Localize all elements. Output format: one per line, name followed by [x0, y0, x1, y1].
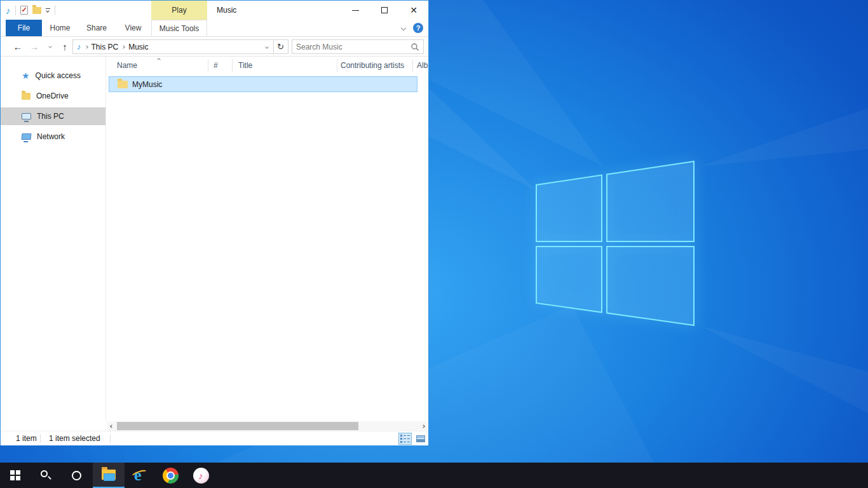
- column-divider[interactable]: [412, 59, 413, 72]
- scroll-left-icon[interactable]: [107, 421, 116, 431]
- navigation-bar: ← → ↑ ♪ This PC Music ↻: [1, 37, 428, 57]
- breadcrumb-music[interactable]: Music: [128, 43, 148, 51]
- windows-start-icon: [10, 470, 20, 480]
- app-music-icon[interactable]: ♪: [6, 6, 11, 15]
- start-button[interactable]: [0, 463, 31, 488]
- sidebar-item-network[interactable]: Network: [1, 128, 105, 146]
- back-icon[interactable]: ←: [11, 37, 25, 56]
- details-view-button[interactable]: [398, 433, 412, 445]
- taskbar-chrome-button[interactable]: [155, 463, 186, 488]
- taskbar-file-explorer-button[interactable]: [93, 463, 125, 488]
- sidebar-item-quick-access[interactable]: ★ Quick access: [1, 67, 105, 85]
- breadcrumb-chevron-icon: [85, 45, 88, 49]
- divider: [110, 434, 111, 443]
- chrome-icon: [163, 468, 179, 484]
- scroll-right-icon[interactable]: [418, 421, 428, 431]
- search-box: [292, 39, 424, 54]
- sidebar-item-label: OneDrive: [36, 92, 69, 100]
- network-icon: [21, 133, 31, 140]
- item-count: 1 item: [16, 431, 37, 445]
- expand-ribbon-icon[interactable]: [401, 25, 406, 30]
- scrollbar-thumb[interactable]: [117, 422, 358, 430]
- tab-file[interactable]: File: [6, 20, 42, 36]
- tab-music-tools[interactable]: Music Tools: [151, 20, 207, 36]
- file-list: Name # Title Contributing artists Alb My…: [107, 57, 428, 421]
- sidebar-item-label: This PC: [37, 112, 64, 121]
- windows-logo: [536, 161, 695, 326]
- taskbar-search-button[interactable]: [31, 463, 61, 488]
- tab-share[interactable]: Share: [78, 20, 115, 36]
- forward-icon[interactable]: →: [27, 37, 41, 56]
- file-explorer-icon: [102, 470, 116, 480]
- search-icon[interactable]: [410, 43, 419, 51]
- file-row-mymusic[interactable]: MyMusic: [109, 76, 417, 92]
- maximize-button[interactable]: [370, 1, 399, 20]
- address-bar[interactable]: ♪ This PC Music: [72, 39, 274, 54]
- folder-icon: [118, 81, 128, 88]
- file-name: MyMusic: [132, 80, 162, 89]
- column-divider[interactable]: [337, 59, 337, 72]
- divider: [55, 5, 55, 15]
- divider: [15, 5, 16, 15]
- customize-quick-access-toolbar-icon[interactable]: [46, 8, 50, 12]
- status-bar: 1 item 1 item selected: [1, 431, 428, 445]
- help-button[interactable]: ?: [413, 23, 423, 33]
- thumbnail-view-icon: [416, 435, 425, 442]
- file-explorer-window: ♪ ✓ Play Music ✕ File Home Share View Mu…: [0, 0, 429, 445]
- tab-view[interactable]: View: [115, 20, 151, 36]
- sidebar-item-onedrive[interactable]: OneDrive: [1, 87, 105, 105]
- taskbar-internet-explorer-button[interactable]: e: [125, 463, 155, 488]
- title-bar: ♪ ✓ Play Music ✕: [1, 1, 428, 20]
- column-header-contributing-artists[interactable]: Contributing artists: [341, 57, 410, 74]
- quick-access-star-icon: ★: [22, 71, 30, 80]
- sidebar-item-label: Network: [37, 132, 65, 141]
- divider: [40, 434, 41, 443]
- tab-play[interactable]: Play: [151, 1, 207, 20]
- breadcrumb-chevron-icon: [121, 45, 125, 49]
- internet-explorer-icon: e: [132, 467, 148, 484]
- details-view-icon: [400, 435, 410, 443]
- onedrive-folder-icon: [22, 93, 31, 100]
- minimize-button[interactable]: [341, 1, 370, 20]
- sidebar-item-label: Quick access: [36, 71, 81, 80]
- taskbar: e ♪: [0, 463, 868, 488]
- address-dropdown-icon[interactable]: [265, 45, 269, 49]
- column-header-name[interactable]: Name: [117, 57, 206, 74]
- search-icon: [40, 470, 51, 481]
- thumbnail-view-button[interactable]: [414, 433, 427, 445]
- window-title: Music: [217, 1, 236, 20]
- column-header-title[interactable]: Title: [238, 57, 334, 74]
- location-music-icon: ♪: [77, 43, 81, 51]
- cortana-button[interactable]: [61, 463, 92, 488]
- column-divider[interactable]: [232, 59, 233, 72]
- itunes-icon: ♪: [193, 468, 209, 484]
- column-header-album[interactable]: Alb: [417, 57, 430, 74]
- selection-count: 1 item selected: [49, 431, 100, 445]
- recent-locations-icon[interactable]: [45, 37, 55, 56]
- this-pc-monitor-icon: [22, 113, 31, 119]
- ribbon-tab-row: File Home Share View Music Tools ?: [1, 20, 428, 37]
- refresh-button[interactable]: ↻: [273, 39, 288, 54]
- properties-icon[interactable]: ✓: [20, 6, 28, 15]
- close-button[interactable]: ✕: [399, 1, 428, 20]
- cortana-icon: [72, 471, 81, 480]
- breadcrumb-this-pc[interactable]: This PC: [92, 43, 119, 51]
- up-icon[interactable]: ↑: [58, 37, 72, 56]
- taskbar-itunes-button[interactable]: ♪: [186, 463, 216, 488]
- column-header-number[interactable]: #: [214, 57, 231, 74]
- column-divider[interactable]: [208, 59, 208, 72]
- search-input[interactable]: [296, 43, 410, 51]
- horizontal-scrollbar[interactable]: [107, 421, 428, 431]
- new-folder-icon[interactable]: [32, 7, 41, 14]
- sidebar-item-this-pc[interactable]: This PC: [1, 107, 105, 125]
- navigation-pane: ★ Quick access OneDrive This PC Network: [1, 57, 106, 421]
- tab-home[interactable]: Home: [42, 20, 78, 36]
